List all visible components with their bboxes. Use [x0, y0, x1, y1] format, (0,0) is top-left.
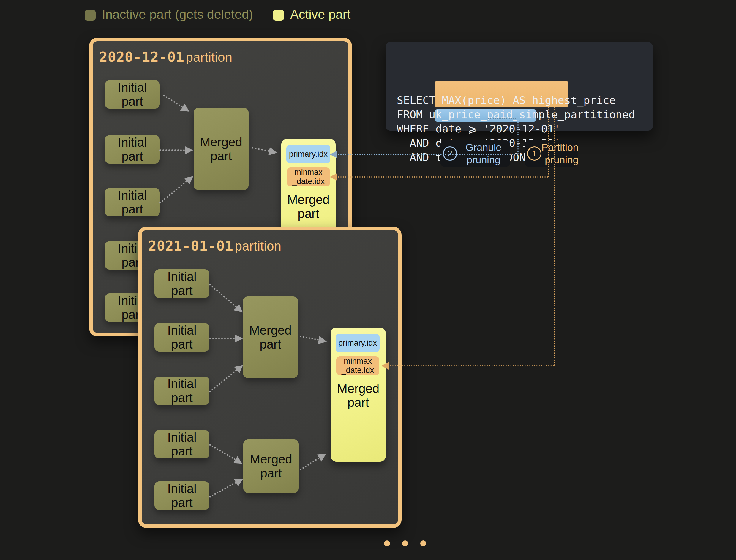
initial-part: Initial part [154, 269, 209, 298]
minmax-date-idx-chip: minmax _date.idx [336, 356, 379, 375]
initial-part-label: part [121, 149, 143, 163]
date-to-minmax-idx-connector [548, 107, 549, 177]
minmax-date-idx-chip: minmax _date.idx [287, 167, 330, 186]
initial-part: Initial part [154, 323, 209, 352]
initial-part: Initial part [154, 377, 209, 405]
initial-part-label: part [171, 391, 192, 405]
sql-line: WHEREdate ⩾ '2020-12-01' [397, 122, 561, 136]
partition-pruning-label: Partition pruning [542, 141, 581, 166]
initial-part-label: part [121, 94, 143, 108]
initial-part: Initial part [105, 135, 160, 164]
initial-part-label: Initial [118, 188, 147, 202]
merge-arrow [163, 94, 183, 108]
partition-date: 2021-01-01 [148, 238, 233, 254]
initial-part-label: Initial [118, 80, 147, 94]
merged-part-label: Merged [249, 323, 291, 337]
initial-part: Initial part [105, 80, 160, 109]
initial-part-label: Initial [167, 482, 196, 496]
primary-idx-chip: primary.idx [286, 145, 330, 163]
initial-part: Initial part [105, 188, 160, 216]
merge-arrow [252, 147, 269, 152]
pagination-dot[interactable] [420, 540, 426, 546]
sql-line: FROM uk_price_paid_simple_partitioned [397, 107, 635, 122]
partition-title: 2020-12-01 partition [99, 49, 232, 65]
merged-part-label: part [259, 337, 281, 351]
merge-arrow [300, 457, 319, 471]
merged-part-label: part [260, 466, 281, 480]
pagination-dot[interactable] [402, 540, 408, 546]
merged-part: Merged part [194, 108, 248, 190]
town-connector-underline [488, 118, 517, 119]
initial-part-label: Initial [118, 135, 147, 149]
merged-part-label: Merged [200, 135, 242, 149]
step-2-icon: 2 [443, 146, 457, 161]
sql-keyword: WHERE [397, 123, 429, 135]
merged-part-label: part [210, 149, 232, 163]
initial-part-label: part [171, 444, 192, 458]
town-to-primary-idx-connector [335, 154, 518, 155]
merge-arrow [209, 482, 236, 498]
date-to-minmax-idx-connector [335, 176, 548, 178]
badge-line: Granule [466, 142, 502, 153]
partition-2021-01-01: 2021-01-01 partition Initial part Initia… [138, 227, 402, 528]
partition-title: 2021-01-01 partition [148, 238, 281, 254]
primary-idx-chip: primary.idx [335, 334, 380, 352]
connector-arrowhead-icon [381, 362, 389, 370]
sql-date-predicate: date ⩾ '2020-12-01' [436, 123, 560, 135]
merge-arrow [209, 284, 237, 308]
minmax-idx-label: _date.idx [341, 366, 374, 375]
granule-pruning-badge: 2 Granule pruning [441, 140, 510, 167]
initial-part-label: part [171, 284, 192, 298]
inactive-part-swatch [85, 10, 96, 21]
sql-query-block: SELECT MAX(price) AS highest_price FROM … [386, 42, 653, 131]
town-to-primary-idx-connector [517, 120, 519, 154]
partition-word-text: partition [186, 50, 232, 64]
granule-pruning-label: Granule pruning [457, 141, 510, 166]
merged-part-label: Merged [250, 452, 292, 466]
merge-arrow [209, 338, 235, 339]
badge-line: pruning [545, 154, 578, 165]
connector-arrowhead-icon [330, 151, 337, 158]
merged-part-label: Merged part [330, 382, 386, 409]
initial-part-label: Initial [167, 323, 196, 337]
merged-part-label-line: Merged [330, 382, 386, 396]
initial-part: Initial part [154, 481, 209, 510]
initial-part-label: part [171, 496, 192, 510]
merge-arrow [159, 181, 187, 204]
primary-idx-label: primary.idx [338, 338, 377, 348]
merged-part-label-line: part [330, 396, 386, 409]
initial-part-label: Initial [167, 377, 196, 391]
initial-part-label: part [171, 337, 192, 351]
step-1-icon: 1 [527, 146, 542, 161]
date-to-minmax-idx-connector [385, 365, 554, 366]
sql-keyword: AND [397, 137, 429, 149]
active-part-swatch [273, 10, 284, 21]
partition-date: 2020-12-01 [99, 49, 184, 65]
date-to-minmax-idx-connector [554, 107, 555, 366]
partition-pruning-badge: 1 Partition pruning [525, 140, 578, 167]
merge-arrow [300, 336, 319, 341]
minmax-idx-label: minmax [343, 357, 372, 366]
merge-arrow [209, 444, 236, 460]
minmax-idx-label: minmax [294, 168, 322, 177]
badge-line: Partition [542, 142, 579, 153]
active-part-legend-label: Active part [290, 7, 350, 22]
merged-part-label-line: Merged [281, 193, 335, 207]
badge-line: pruning [467, 154, 500, 165]
initial-part-label: Initial [167, 270, 196, 284]
initial-part-label: Initial [167, 430, 196, 444]
active-merged-part: primary.idx minmax _date.idx Merged part [330, 328, 386, 462]
pagination-dot[interactable] [384, 540, 390, 546]
merged-part: Merged part [243, 439, 299, 493]
sql-line: SELECT MAX(price) AS highest_price [397, 93, 616, 107]
initial-part-label: part [121, 202, 143, 216]
minmax-idx-label: _date.idx [292, 177, 325, 186]
partition-word-text: partition [235, 239, 281, 253]
sql-keyword: AND [397, 151, 429, 163]
connector-arrowhead-icon [330, 173, 337, 181]
merged-part-label-line: part [281, 207, 335, 221]
merged-part-label: Merged part [281, 193, 335, 221]
merge-arrow [209, 369, 237, 393]
inactive-part-legend-label: Inactive part (gets deleted) [102, 7, 253, 22]
merged-part: Merged part [243, 296, 298, 378]
